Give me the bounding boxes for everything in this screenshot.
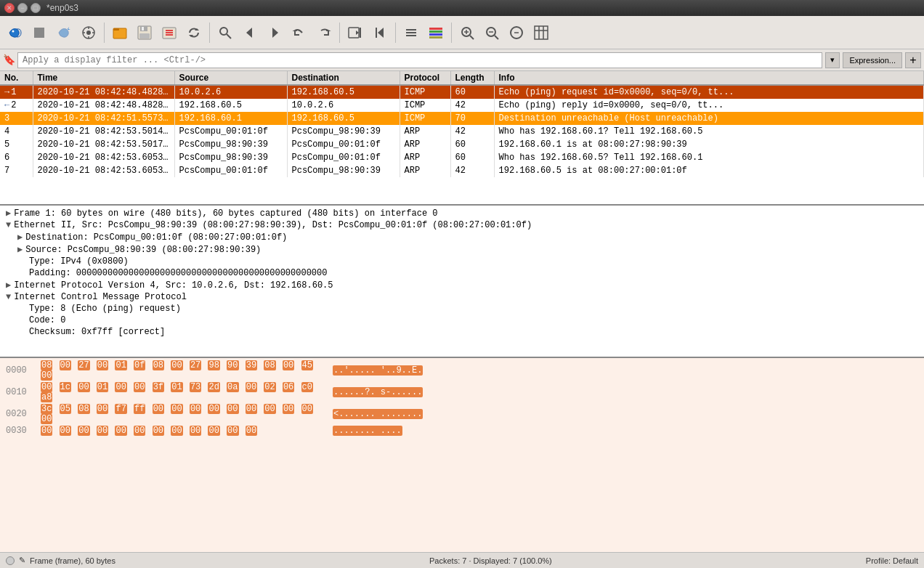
tree-expand-icon[interactable]: ▶ [6, 280, 11, 291]
maximize-window-button[interactable]: □ [31, 3, 41, 13]
hex-bytes[interactable]: 3c 05 08 00 f7 ff 00 00 00 00 00 00 00 0… [41, 404, 324, 424]
hex-byte[interactable]: 00 [153, 426, 164, 436]
hex-bytes[interactable]: 08 00 27 00 01 0f 08 00 27 98 90 39 08 0… [41, 360, 324, 381]
hex-byte[interactable]: 08 [264, 360, 275, 370]
hex-byte[interactable]: 08 [78, 404, 89, 414]
table-row[interactable]: 62020-10-21 08:42:53.6053234...PcsCompu_… [0, 151, 924, 164]
go-forward-button[interactable] [312, 21, 336, 44]
hex-byte[interactable]: 00 [60, 360, 71, 370]
hex-byte[interactable]: 00 [97, 360, 108, 370]
hex-byte[interactable]: 08 [41, 360, 52, 370]
open-file-button[interactable] [108, 21, 131, 44]
detail-line[interactable]: ▼Ethernet II, Src: PcsCompu_98:90:39 (08… [0, 219, 924, 231]
detail-line[interactable]: ▼Internet Control Message Protocol [0, 291, 924, 303]
table-row[interactable]: ←22020-10-21 08:42:48.4828340...192.168.… [0, 99, 924, 112]
hex-byte[interactable]: f7 [115, 404, 126, 414]
tree-expand-icon[interactable]: ▼ [6, 220, 11, 230]
detail-line[interactable]: Checksum: 0xf7ff [correct] [0, 326, 924, 338]
hex-byte[interactable]: 0a [227, 382, 238, 392]
tree-expand-icon[interactable]: ▶ [6, 208, 11, 219]
hex-byte[interactable]: 08 [153, 360, 164, 370]
filter-input[interactable] [17, 52, 822, 68]
hex-byte[interactable]: 1c [60, 382, 71, 392]
hex-byte[interactable]: 00 [190, 426, 201, 436]
hex-byte[interactable]: 01 [171, 382, 182, 392]
hex-byte[interactable]: 00 [208, 404, 219, 414]
hex-byte[interactable]: 90 [227, 360, 238, 370]
hex-byte[interactable]: 00 [97, 404, 108, 414]
hex-byte[interactable]: 00 [171, 360, 182, 370]
hex-byte[interactable]: 00 [115, 382, 126, 392]
hex-byte[interactable]: 00 [41, 414, 52, 424]
table-row[interactable]: 52020-10-21 08:42:53.5017517...PcsCompu_… [0, 138, 924, 151]
hex-byte[interactable]: ff [134, 404, 145, 414]
resize-columns-button[interactable] [530, 21, 553, 44]
hex-byte[interactable]: 00 [134, 426, 145, 436]
hex-byte[interactable]: 01 [115, 360, 126, 370]
hex-byte[interactable]: 00 [171, 404, 182, 414]
hex-byte[interactable]: 00 [41, 382, 52, 392]
hex-byte[interactable]: 27 [190, 360, 201, 370]
hex-byte[interactable]: 00 [264, 404, 275, 414]
close-window-button[interactable]: ✕ [4, 3, 15, 13]
hex-byte[interactable]: 98 [208, 360, 219, 370]
hex-bytes[interactable]: 00 1c 00 01 00 00 3f 01 73 2d 0a 00 02 0… [41, 382, 324, 402]
zoom-out-button[interactable] [480, 21, 503, 44]
hex-byte[interactable]: 06 [283, 382, 294, 392]
detail-line[interactable]: Code: 0 [0, 315, 924, 326]
find-packet-button[interactable] [214, 21, 237, 44]
hex-byte[interactable]: 00 [246, 404, 257, 414]
hex-byte[interactable]: a8 [41, 392, 52, 402]
detail-line[interactable]: ▶Destination: PcsCompu_00:01:0f (08:00:2… [0, 231, 924, 243]
hex-byte[interactable]: 00 [97, 426, 108, 436]
filter-arrow-button[interactable]: ▾ [825, 52, 840, 68]
go-to-packet-button[interactable] [344, 21, 367, 44]
detail-line[interactable]: Type: IPv4 (0x0800) [0, 256, 924, 267]
hex-byte[interactable]: 00 [60, 426, 71, 436]
hex-byte[interactable]: 00 [283, 404, 294, 414]
detail-line[interactable]: Type: 8 (Echo (ping) request) [0, 303, 924, 315]
close-file-button[interactable] [158, 21, 181, 44]
table-row[interactable]: 32020-10-21 08:42:51.5573424...192.168.6… [0, 112, 924, 125]
hex-byte[interactable]: 00 [78, 426, 89, 436]
stop-capture-button[interactable] [28, 21, 51, 44]
hex-byte[interactable]: 00 [171, 426, 182, 436]
hex-byte[interactable]: 00 [134, 382, 145, 392]
hex-byte[interactable]: c0 [301, 382, 313, 392]
hex-byte[interactable]: 27 [78, 360, 89, 370]
hex-byte[interactable]: 00 [246, 382, 257, 392]
hex-byte[interactable]: 00 [208, 426, 219, 436]
table-row[interactable]: 72020-10-21 08:42:53.6053368...PcsCompu_… [0, 164, 924, 177]
go-back-button[interactable] [288, 21, 311, 44]
first-packet-button[interactable] [368, 21, 392, 44]
hex-byte[interactable]: 0f [134, 360, 145, 370]
hex-byte[interactable]: 00 [301, 404, 313, 414]
capture-options-button[interactable] [77, 21, 100, 44]
detail-line[interactable]: Padding: 0000000000000000000000000000000… [0, 267, 924, 279]
save-file-button[interactable] [133, 21, 156, 44]
detail-line[interactable]: ▶Frame 1: 60 bytes on wire (480 bits), 6… [0, 207, 924, 219]
hex-byte[interactable]: 73 [190, 382, 201, 392]
zoom-in-button[interactable] [455, 21, 479, 44]
table-row[interactable]: →12020-10-21 08:42:48.4828034...10.0.2.6… [0, 85, 924, 99]
hex-byte[interactable]: 00 [190, 404, 201, 414]
tree-expand-icon[interactable]: ▼ [6, 292, 11, 302]
tree-expand-icon[interactable]: ▶ [17, 245, 23, 255]
restart-capture-button[interactable] [52, 21, 76, 44]
start-capture-button[interactable] [3, 21, 26, 44]
hex-byte[interactable]: 00 [283, 360, 294, 370]
expression-button[interactable]: Expression... [843, 52, 902, 68]
hex-bytes[interactable]: 00 00 00 00 00 00 00 00 00 00 00 00 [41, 426, 324, 436]
hex-byte[interactable]: 00 [246, 426, 257, 436]
hex-byte[interactable]: 3f [153, 382, 164, 392]
next-packet-button[interactable] [263, 21, 286, 44]
detail-line[interactable]: ▶Source: PcsCompu_98:90:39 (08:00:27:98:… [0, 243, 924, 256]
hex-byte[interactable]: 00 [41, 370, 52, 381]
hex-byte[interactable]: 00 [153, 404, 164, 414]
hex-byte[interactable]: 01 [97, 382, 108, 392]
hex-byte[interactable]: 00 [227, 426, 238, 436]
minimize-window-button[interactable]: − [17, 3, 28, 13]
hex-byte[interactable]: 3c [41, 404, 52, 414]
hex-byte[interactable]: 05 [60, 404, 71, 414]
autoscroll-button[interactable] [400, 21, 423, 44]
